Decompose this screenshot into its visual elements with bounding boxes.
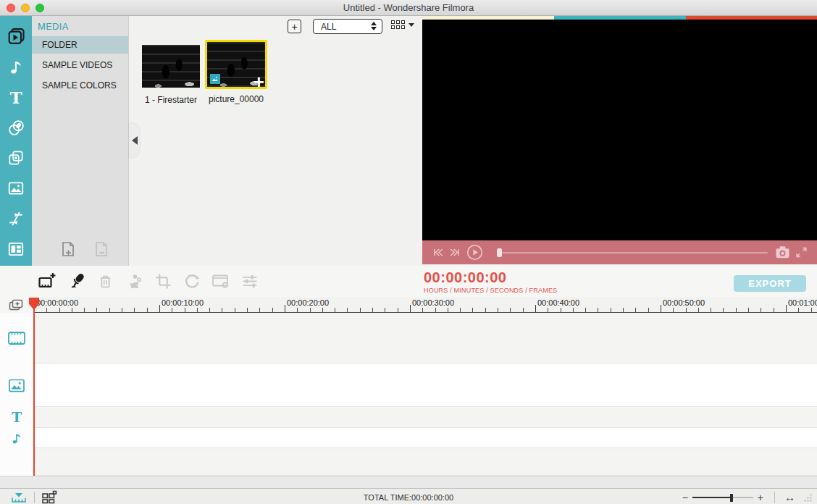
media-panel-item-sample-colors[interactable]: SAMPLE COLORS [32,77,128,94]
extra-track[interactable] [34,448,817,476]
rotate-button[interactable] [183,272,201,291]
audio-track-header[interactable] [0,428,34,448]
track-height-button[interactable] [10,491,28,504]
seek-handle[interactable] [497,248,502,257]
fit-to-timeline-button[interactable]: ↔ [782,491,798,503]
zoom-button[interactable] [35,4,44,12]
image-type-badge [210,74,220,84]
crop-button[interactable] [154,272,172,291]
delete-button[interactable] [96,272,114,291]
timeline-scroll-area[interactable] [0,476,817,488]
record-voiceover-button[interactable] [67,272,85,291]
sidebar-item-overlays[interactable] [3,145,29,171]
divider [774,492,775,503]
timeline-layout-button[interactable] [41,490,57,504]
timecode-display: 00:00:00:00 HOURS / MINUTES / SECONDS / … [424,269,557,294]
add-file-icon [59,240,77,261]
add-to-timeline-overlay[interactable]: + [254,72,264,87]
pip-track[interactable] [34,364,817,407]
timecode-value: 00:00:00:00 [424,269,557,285]
titles-icon: T [9,89,22,106]
remove-folder-button[interactable] [91,240,112,261]
split-button[interactable] [125,272,143,291]
media-panel-item-sample-videos[interactable]: SAMPLE VIDEOS [32,56,128,74]
view-mode-button[interactable] [391,20,414,29]
snapshot-button[interactable] [775,245,790,259]
traffic-lights [7,4,44,12]
zoom-out-button[interactable]: − [678,492,692,503]
export-button[interactable]: EXPORT [734,275,806,292]
adjust-button[interactable] [240,272,259,291]
collapse-panel-button[interactable] [129,123,140,158]
sidebar-item-audio[interactable] [3,54,29,80]
chevron-down-icon [408,23,414,27]
add-folder-button[interactable] [58,240,78,261]
media-panel-item-folder[interactable]: FOLDER [32,36,128,54]
playback-controls [422,240,817,264]
remove-file-icon [93,240,110,261]
fullscreen-button[interactable] [795,246,808,259]
import-media-button[interactable]: + [288,20,301,33]
close-button[interactable] [7,4,15,12]
text-track-header[interactable]: T [0,407,34,428]
title-bar: Untitled - Wondershare Filmora [0,0,817,16]
video-thumbnail[interactable] [142,45,200,88]
add-track-button[interactable] [0,297,34,313]
text-track[interactable] [34,407,817,428]
clip-settings-button[interactable] [211,272,230,291]
video-track-header[interactable] [0,313,34,364]
seek-bar[interactable] [497,248,768,257]
next-frame-button[interactable] [449,246,461,259]
library-item-firestarter[interactable]: 1 - Firestarter [133,45,209,105]
playhead-line [33,308,35,476]
zoom-in-button[interactable]: + [753,492,768,503]
play-button[interactable] [466,244,483,261]
minimize-button[interactable] [21,4,30,12]
seek-track [497,252,768,253]
media-icon [6,26,26,46]
add-clip-icon [38,272,56,291]
library-item-picture[interactable]: + picture_00000 [198,40,274,104]
sidebar-item-elements[interactable] [3,175,29,201]
add-to-timeline-button[interactable] [38,272,56,291]
extra-track-header[interactable] [0,448,34,476]
microphone-icon [67,272,85,290]
image-icon [7,179,25,198]
fullscreen-icon [795,246,808,259]
crop-icon [154,272,172,290]
sidebar-item-media[interactable] [3,23,29,49]
library-item-label: picture_00000 [198,94,274,104]
audio-track[interactable] [34,428,817,448]
sidebar-item-layouts[interactable] [3,236,29,262]
transitions-icon [7,118,26,138]
sidebar-item-titles[interactable]: T [3,84,29,110]
resize-grip-icon[interactable] [803,492,813,503]
library-item-label: 1 - Firestarter [133,95,209,105]
previous-frame-button[interactable] [432,246,444,259]
rotate-icon [183,272,201,290]
divider [34,492,35,503]
layout-icon [7,240,25,259]
timecode-caption: HOURS / MINUTES / SECONDS / FRAMES [424,287,557,294]
image-thumbnail[interactable]: + [207,42,265,87]
zoom-slider-handle[interactable] [730,494,733,502]
video-track[interactable] [34,313,817,364]
sidebar-item-transitions[interactable] [3,114,29,140]
pip-track-header[interactable] [0,364,34,407]
swap-arrows-icon [7,209,25,228]
filter-dropdown[interactable]: ALL [313,19,382,34]
library-controls: + ALL [129,20,422,37]
ruler-major-ticks [34,305,817,312]
preview-screen[interactable] [422,20,817,240]
timeline-ruler[interactable]: 00:00:00:00 00:00:10:00 00:00:20:00 00:0… [34,297,817,313]
timeline-zoom-slider[interactable] [692,493,753,502]
preview-panel [422,16,817,266]
chevron-left-icon [132,136,138,145]
add-track-icon [9,299,25,311]
skip-back-icon [432,246,444,259]
media-panel-header: MEDIA [32,16,128,36]
zoom-slider-fill [692,497,732,498]
media-library: + ALL 1 - Firestarter [129,16,422,266]
edit-toolbar: 00:00:00:00 HOURS / MINUTES / SECONDS / … [0,266,817,297]
sidebar-item-split-screen[interactable] [3,206,29,232]
